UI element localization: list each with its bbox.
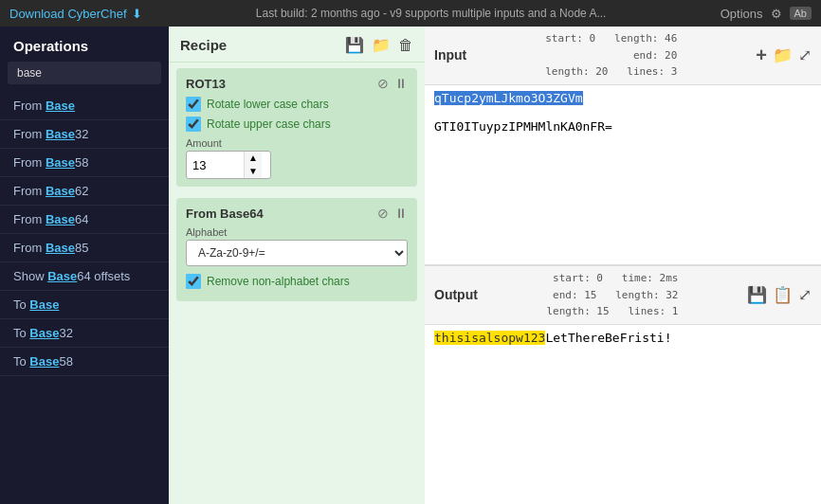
sidebar-item-from-base[interactable]: From Base	[0, 92, 169, 120]
rot13-title: ROT13	[186, 77, 226, 91]
recipe-panel: Recipe 💾 📁 🗑 ROT13 ⊘ ⏸ Rotate lower case…	[169, 27, 425, 504]
sidebar-item-from-base64[interactable]: From Base64	[0, 206, 169, 234]
options-area[interactable]: Options ⚙ Ab	[721, 7, 812, 21]
remove-non-alpha-row: Remove non-alphabet chars	[186, 274, 408, 289]
remove-non-alpha-label[interactable]: Remove non-alphabet chars	[207, 275, 350, 288]
io-panel: Input start: 0 length: 46 end: 20 length…	[425, 27, 821, 504]
output-stat-start: start: 0 time: 2ms	[553, 272, 678, 284]
recipe-op-rot13: ROT13 ⊘ ⏸ Rotate lower case chars Rotate…	[176, 68, 417, 187]
output-highlighted-text: thisisalsopw123	[434, 331, 545, 345]
rotate-lower-checkbox[interactable]	[186, 97, 201, 112]
from-base64-header: From Base64 ⊘ ⏸	[186, 206, 408, 221]
download-label: Download CyberChef	[9, 7, 127, 21]
input-expand-icon[interactable]: ⤢	[798, 45, 812, 65]
amount-input-wrap: ▲ ▼	[186, 151, 271, 179]
input-stats: start: 0 length: 46 end: 20 length: 20 l…	[545, 30, 677, 81]
rotate-lower-row: Rotate lower case chars	[186, 97, 408, 112]
top-bar: Download CyberChef ⬇ Last build: 2 month…	[0, 0, 821, 27]
input-actions: + 📁 ⤢	[756, 45, 812, 66]
main-layout: Operations From Base From Base32 From Ba…	[0, 27, 821, 504]
alphabet-label: Alphabet	[186, 226, 408, 238]
output-header: Output start: 0 time: 2ms end: 15 length…	[425, 266, 821, 325]
input-open-icon[interactable]: 📁	[773, 45, 793, 65]
sidebar-item-from-base85[interactable]: From Base85	[0, 234, 169, 262]
output-title: Output	[434, 287, 478, 302]
sidebar: Operations From Base From Base32 From Ba…	[0, 27, 169, 504]
ab-badge[interactable]: Ab	[790, 7, 812, 20]
recipe-trash-icon[interactable]: 🗑	[398, 37, 413, 54]
rot13-disable-icon[interactable]: ⊘	[377, 76, 389, 91]
output-stats: start: 0 time: 2ms end: 15 length: 32 le…	[546, 270, 678, 320]
input-stat-start: start: 0 length: 46	[545, 32, 677, 45]
rotate-lower-label[interactable]: Rotate lower case chars	[207, 98, 329, 111]
rot13-header: ROT13 ⊘ ⏸	[186, 76, 408, 91]
amount-spinners: ▲ ▼	[244, 152, 262, 178]
rot13-pause-icon[interactable]: ⏸	[394, 76, 408, 91]
amount-down-button[interactable]: ▼	[245, 165, 262, 178]
remove-non-alpha-checkbox[interactable]	[186, 274, 201, 289]
rot13-controls: ⊘ ⏸	[377, 76, 408, 91]
sidebar-title: Operations	[0, 27, 169, 62]
build-info: Last build: 2 months ago - v9 supports m…	[256, 7, 607, 20]
sidebar-item-to-base32[interactable]: To Base32	[0, 319, 169, 348]
output-save-icon[interactable]: 💾	[747, 285, 767, 305]
rotate-upper-label[interactable]: Rotate upper case chars	[207, 117, 331, 131]
sidebar-item-to-base58[interactable]: To Base58	[0, 348, 169, 376]
recipe-op-from-base64: From Base64 ⊘ ⏸ Alphabet A-Za-z0-9+/= Re…	[176, 198, 417, 301]
input-new-icon[interactable]: +	[756, 45, 767, 66]
recipe-icons: 💾 📁 🗑	[345, 36, 413, 54]
output-stat-length: length: 15 lines: 1	[546, 305, 678, 317]
from-base64-controls: ⊘ ⏸	[377, 206, 408, 221]
download-link[interactable]: Download CyberChef ⬇	[9, 7, 142, 21]
from-base64-pause-icon[interactable]: ⏸	[394, 206, 408, 221]
rotate-upper-row: Rotate upper case chars	[186, 117, 408, 132]
amount-up-button[interactable]: ▲	[245, 152, 262, 165]
search-input[interactable]	[8, 62, 161, 84]
amount-label: Amount	[186, 137, 408, 149]
input-stat-length: length: 20 lines: 3	[545, 65, 677, 78]
output-expand-icon[interactable]: ⤢	[798, 285, 812, 305]
input-section: Input start: 0 length: 46 end: 20 length…	[425, 27, 821, 266]
options-label[interactable]: Options	[721, 7, 763, 21]
sidebar-item-from-base32[interactable]: From Base32	[0, 120, 169, 149]
recipe-folder-icon[interactable]: 📁	[372, 36, 391, 54]
recipe-title: Recipe	[180, 37, 227, 53]
output-actions: 💾 📋 ⤢	[747, 285, 812, 305]
alphabet-select[interactable]: A-Za-z0-9+/=	[186, 240, 408, 266]
output-section: Output start: 0 time: 2ms end: 15 length…	[425, 266, 821, 504]
rotate-upper-checkbox[interactable]	[186, 117, 201, 132]
sidebar-item-show-base64-offsets[interactable]: Show Base64 offsets	[0, 262, 169, 291]
alphabet-field: Alphabet A-Za-z0-9+/=	[186, 226, 408, 266]
output-copy-icon[interactable]: 📋	[773, 285, 793, 305]
sidebar-item-from-base62[interactable]: From Base62	[0, 177, 169, 206]
input-title: Input	[434, 47, 466, 63]
output-stat-end: end: 15 length: 32	[553, 289, 678, 301]
recipe-header: Recipe 💾 📁 🗑	[169, 27, 425, 63]
download-icon: ⬇	[132, 7, 142, 21]
recipe-save-icon[interactable]: 💾	[345, 36, 364, 54]
from-base64-disable-icon[interactable]: ⊘	[377, 206, 389, 221]
input-rest-text: GTI0ITuypzIPMHMlnKA0nFR=	[434, 119, 612, 134]
gear-icon[interactable]: ⚙	[771, 7, 782, 21]
input-stat-end: end: 20	[633, 49, 677, 62]
amount-field: Amount ▲ ▼	[186, 137, 408, 179]
output-rest-text: LetThereBeFristi!	[545, 331, 671, 345]
input-header: Input start: 0 length: 46 end: 20 length…	[425, 27, 821, 85]
input-content[interactable]: qTucp2ymLJkmo3O3ZGVm GTI0ITuypzIPMHMlnKA…	[425, 85, 821, 264]
from-base64-title: From Base64	[186, 207, 264, 221]
sidebar-item-to-base[interactable]: To Base	[0, 291, 169, 319]
amount-input[interactable]	[187, 154, 244, 176]
output-content[interactable]: thisisalsopw123LetThereBeFristi!	[425, 325, 821, 504]
sidebar-item-from-base58[interactable]: From Base58	[0, 149, 169, 177]
input-highlighted-text: qTucp2ymLJkmo3O3ZGVm	[434, 91, 583, 105]
